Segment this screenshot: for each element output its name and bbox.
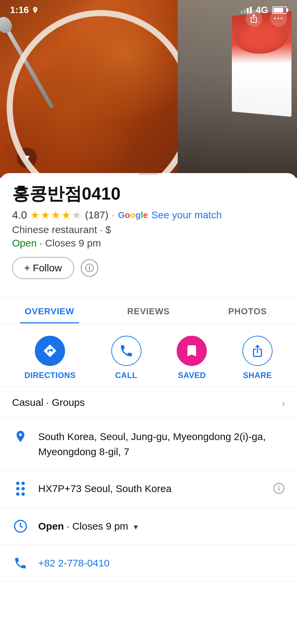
star-rating: ★ ★ ★ ★ ★ [30, 209, 81, 221]
casual-groups-row[interactable]: Casual · Groups › [0, 387, 297, 418]
restaurant-info: 홍콩반점0410 4.0 ★ ★ ★ ★ ★ (187) · Google Se… [0, 183, 297, 297]
food-photo-left[interactable] [0, 0, 178, 178]
restaurant-photo-right[interactable]: ··· [178, 0, 297, 178]
dot-separator: · [112, 209, 115, 221]
saved-icon-circle [177, 336, 207, 366]
plus-code-dots-icon [12, 481, 29, 496]
call-label: CALL [115, 371, 137, 380]
follow-row: + Follow ⓘ [12, 257, 285, 279]
casual-text: Casual · Groups [12, 397, 85, 408]
address-text: South Korea, Seoul, Jung-gu, Myeongdong … [38, 429, 285, 459]
status-right: 4G [241, 5, 287, 15]
see-match-link[interactable]: See your match [151, 209, 222, 221]
plus-code-text: HX7P+73 Seoul, South Korea [38, 481, 263, 496]
share-icon-circle [242, 336, 273, 366]
star-1: ★ [30, 209, 40, 221]
tab-reviews[interactable]: REVIEWS [99, 298, 198, 323]
tab-photos[interactable]: PHOTOS [198, 298, 297, 323]
phone-number: +82 2-778-0410 [38, 555, 285, 571]
open-status: Open [12, 237, 37, 249]
directions-icon-circle [35, 336, 65, 366]
drag-handle[interactable] [138, 173, 159, 175]
network-type: 4G [256, 5, 268, 15]
hours-dot-sep: · [67, 521, 72, 532]
location-icon [32, 6, 39, 14]
battery-indicator [272, 6, 287, 14]
directions-label: DIRECTIONS [24, 371, 76, 380]
casual-chevron-icon: › [282, 396, 285, 409]
hours-closes-text: Closes 9 pm [72, 521, 128, 532]
star-2: ★ [41, 209, 50, 221]
rating-row: 4.0 ★ ★ ★ ★ ★ (187) · Google See your ma… [12, 209, 285, 221]
spoon-decoration [4, 25, 54, 109]
review-count: (187) [85, 209, 108, 221]
status-bar: 1:16 4G [0, 0, 297, 20]
signal-strength [241, 7, 252, 13]
hours-text: Open · Closes 9 pm ▾ [38, 519, 285, 534]
directions-action[interactable]: DIRECTIONS [24, 336, 76, 380]
google-logo: Google [118, 210, 148, 220]
follow-button[interactable]: + Follow [12, 257, 74, 279]
share-action[interactable]: SHARE [242, 336, 273, 380]
photo-area: ··· [0, 0, 297, 178]
tabs-row: OVERVIEW REVIEWS PHOTOS [0, 298, 297, 324]
collapse-button[interactable] [17, 148, 37, 168]
info-button[interactable]: ⓘ [81, 259, 98, 277]
star-4: ★ [61, 209, 71, 221]
closing-time: · Closes 9 pm [40, 237, 101, 249]
star-5: ★ [72, 209, 81, 221]
saved-action[interactable]: SAVED [177, 336, 207, 380]
restaurant-name: 홍콩반점0410 [12, 183, 285, 204]
phone-icon [12, 555, 29, 570]
hours-row: Open · Closes 9 pm [12, 237, 285, 249]
call-icon-circle [111, 336, 141, 366]
info-section: Casual · Groups › South Korea, Seoul, Ju… [0, 387, 297, 582]
phone-row[interactable]: +82 2-778-0410 [0, 545, 297, 582]
location-pin-icon [12, 429, 29, 443]
time-display: 1:16 [10, 5, 29, 15]
saved-label: SAVED [178, 371, 206, 380]
category-row: Chinese restaurant · $ [12, 224, 285, 235]
share-label: SHARE [243, 371, 272, 380]
status-left: 1:16 [10, 5, 39, 15]
action-buttons: DIRECTIONS CALL SAVED [0, 324, 297, 387]
call-action[interactable]: CALL [111, 336, 141, 380]
address-row: South Korea, Seoul, Jung-gu, Myeongdong … [0, 418, 297, 470]
star-3: ★ [51, 209, 61, 221]
hours-expand-icon: ▾ [134, 522, 138, 531]
hours-open-status: Open [38, 521, 64, 532]
hours-info-row[interactable]: Open · Closes 9 pm ▾ [0, 508, 297, 545]
plus-code-row: HX7P+73 Seoul, South Korea [0, 470, 297, 508]
tab-overview[interactable]: OVERVIEW [0, 298, 99, 323]
detail-card: 홍콩반점0410 4.0 ★ ★ ★ ★ ★ (187) · Google Se… [0, 173, 297, 644]
clock-icon [12, 519, 29, 533]
rating-number: 4.0 [12, 209, 27, 221]
plus-code-info-icon[interactable] [273, 481, 285, 497]
